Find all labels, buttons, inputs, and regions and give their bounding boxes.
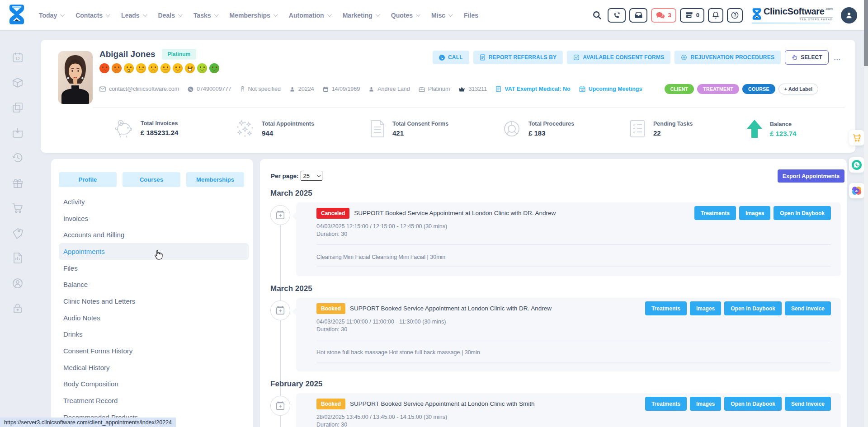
mood-3-icon[interactable] [124, 63, 134, 73]
mood-7-icon[interactable] [173, 63, 183, 73]
treatments-button[interactable]: Treatments [645, 397, 687, 411]
client-vat-status[interactable]: VAT Exempt Medical: No [495, 86, 570, 92]
client-email[interactable]: contact@clinicsoftware.com [99, 86, 179, 92]
more-options-button[interactable]: ... [833, 54, 842, 61]
status-badge: Booked [316, 399, 345, 409]
help-button[interactable] [727, 8, 743, 23]
menu-clinic-notes-and-letters[interactable]: Clinic Notes and Letters [59, 293, 249, 310]
nav-leads[interactable]: Leads [121, 12, 146, 19]
images-button[interactable]: Images [739, 206, 770, 220]
nav-files[interactable]: Files [464, 12, 478, 19]
floating-whatsapp-button[interactable] [849, 157, 864, 173]
menu-accounts-and-billing[interactable]: Accounts and Billing [59, 226, 249, 243]
menu-body-composition[interactable]: Body Composition [59, 376, 249, 393]
scrollbar-thumb[interactable] [864, 0, 868, 66]
basket-download-icon[interactable] [12, 127, 24, 139]
add-label-button[interactable]: + Add Label [778, 84, 818, 94]
menu-invoices[interactable]: Invoices [59, 210, 249, 227]
mood-8-icon[interactable] [185, 63, 195, 73]
client-labels: CLIENT TREATMENT COURSE + Add Label [665, 84, 818, 94]
price-tag-icon[interactable] [12, 227, 24, 239]
open-in-daybook-button[interactable]: Open In Daybook [724, 301, 782, 315]
inbox-button[interactable] [629, 8, 647, 23]
treatments-button[interactable]: Treatments [645, 301, 687, 315]
images-button[interactable]: Images [690, 397, 721, 411]
search-icon[interactable] [592, 10, 602, 20]
appointment-title: SUPPORT Booked Service Appointment at Lo… [350, 400, 534, 407]
chevron-down-icon [143, 12, 147, 17]
report-icon[interactable] [12, 252, 24, 264]
floating-ai-button[interactable]: AI [849, 183, 864, 198]
page-scrollbar[interactable] [864, 0, 868, 427]
appointment-group-2: March 2025 Booked SUPPORT Booked Service… [260, 284, 847, 371]
floating-cart-button[interactable] [849, 130, 864, 145]
tab-memberships[interactable]: Memberships [186, 172, 244, 187]
tab-profile[interactable]: Profile [59, 172, 117, 187]
mood-5-icon[interactable] [148, 63, 158, 73]
mood-6-icon[interactable] [160, 63, 170, 73]
shop-button[interactable]: 0 [680, 8, 704, 23]
menu-balance[interactable]: Balance [59, 276, 249, 293]
cart-icon[interactable] [12, 202, 24, 214]
mood-2-icon[interactable] [112, 63, 122, 73]
menu-activity[interactable]: Activity [59, 193, 249, 210]
menu-medical-history[interactable]: Medical History [59, 359, 249, 376]
label-treatment[interactable]: TREATMENT [697, 84, 739, 94]
mood-4-icon[interactable] [136, 63, 146, 73]
package-icon[interactable] [12, 77, 24, 89]
menu-drinks[interactable]: Drinks [59, 326, 249, 343]
open-in-daybook-button[interactable]: Open In Daybook [724, 397, 782, 411]
menu-treatment-record[interactable]: Treatment Record [59, 392, 249, 409]
mood-9-icon[interactable] [197, 63, 207, 73]
nav-contacts[interactable]: Contacts [75, 12, 109, 19]
tab-courses[interactable]: Courses [123, 172, 180, 187]
images-button[interactable]: Images [690, 301, 721, 315]
menu-consent-forms-history[interactable]: Consent Forms History [59, 343, 249, 359]
rejuvenation-procedures-button[interactable]: REJUVENATION PROCEDURES [675, 51, 781, 64]
label-course[interactable]: COURSE [742, 84, 775, 94]
nav-automation[interactable]: Automation [289, 12, 330, 19]
nav-memberships[interactable]: Memberships [230, 12, 277, 19]
per-page-select[interactable]: 25 [301, 171, 322, 181]
treatments-button[interactable]: Treatments [694, 206, 736, 220]
user-badge-icon[interactable] [12, 277, 24, 289]
export-appointments-button[interactable]: Export Appointments [778, 169, 844, 183]
available-consent-forms-button[interactable]: AVAILABLE CONSENT FORMS [567, 51, 670, 64]
clinicsoftware-logo-icon[interactable] [8, 4, 25, 27]
menu-files[interactable]: Files [59, 260, 249, 277]
notifications-button[interactable] [708, 8, 723, 23]
month-heading: February 2025 [270, 380, 847, 389]
lock-icon[interactable] [12, 302, 24, 314]
appointment-duration: Duration: 30 [316, 230, 831, 238]
stat-total-appointments: Total Appointments 944 [235, 119, 314, 139]
report-referrals-button[interactable]: REPORT REFERRALS BY [473, 51, 563, 64]
nav-misc[interactable]: Misc [431, 12, 452, 19]
nav-tasks[interactable]: Tasks [193, 12, 217, 19]
menu-audio-notes[interactable]: Audio Notes [59, 310, 249, 326]
mood-1-icon[interactable] [99, 63, 109, 73]
client-phone[interactable]: 07490009777 [188, 86, 231, 92]
panel-tabs: Profile Courses Memberships [59, 172, 244, 187]
call-center-button[interactable] [608, 8, 626, 23]
send-invoice-button[interactable]: Send Invoice [785, 397, 831, 411]
select-button[interactable]: SELECT [785, 50, 829, 65]
calendar-icon[interactable]: 12 [12, 52, 24, 63]
call-button[interactable]: CALL [433, 51, 469, 64]
history-icon[interactable] [12, 152, 24, 164]
upcoming-meetings-link[interactable]: 12 Upcoming Meetings [579, 86, 642, 92]
mood-10-icon[interactable] [209, 63, 219, 73]
nav-deals[interactable]: Deals [158, 12, 181, 19]
gift-icon[interactable] [12, 177, 24, 189]
open-in-daybook-button[interactable]: Open In Daybook [774, 206, 831, 220]
label-client[interactable]: CLIENT [665, 84, 694, 94]
chat-button[interactable]: 3 [651, 8, 676, 23]
appointment-duration: Duration: 30 [316, 326, 831, 333]
nav-today[interactable]: Today [39, 12, 63, 19]
client-photo[interactable] [58, 51, 93, 104]
user-avatar[interactable] [841, 7, 857, 23]
clinicsoftware-brand[interactable]: ClinicSoftware .com TEN STEPS AHEAD [752, 7, 833, 23]
nav-quotes[interactable]: Quotes [391, 12, 419, 19]
duplicate-icon[interactable] [12, 102, 24, 113]
nav-marketing[interactable]: Marketing [343, 12, 379, 19]
send-invoice-button[interactable]: Send Invoice [785, 301, 831, 315]
